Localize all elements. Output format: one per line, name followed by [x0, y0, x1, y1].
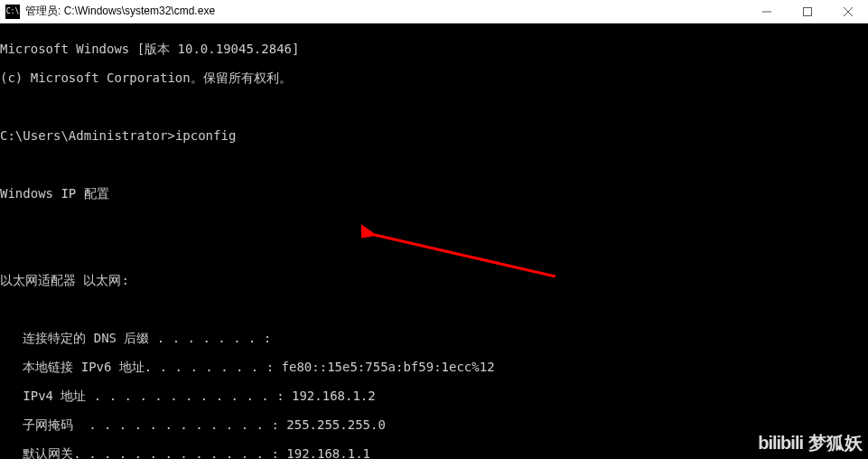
value-gateway: 192.168.1.1 [286, 446, 370, 459]
bilibili-logo-icon: bilibili [758, 433, 803, 454]
kv-line: 本地链接 IPv6 地址. . . . . . . . : fe80::15e5… [0, 360, 868, 374]
cmd-icon: C:\ [5, 5, 20, 19]
label: 子网掩码 . . . . . . . . . . . . : [0, 417, 286, 432]
kv-line: 子网掩码 . . . . . . . . . . . . : 255.255.2… [0, 417, 868, 432]
watermark: bilibili 梦狐妖 [758, 431, 863, 455]
window-title: 管理员: C:\Windows\system32\cmd.exe [25, 4, 746, 19]
close-button[interactable] [827, 0, 868, 23]
blank-line [0, 157, 868, 172]
window-titlebar: C:\ 管理员: C:\Windows\system32\cmd.exe [0, 0, 868, 23]
prompt: C:\Users\Administrator> [0, 128, 175, 143]
kv-line: 默认网关. . . . . . . . . . . . . : 192.168.… [0, 446, 868, 459]
watermark-name: 梦狐妖 [808, 431, 863, 455]
value: 255.255.255.0 [286, 417, 386, 432]
maximize-button[interactable] [787, 0, 827, 23]
terminal-output[interactable]: Microsoft Windows [版本 10.0.19045.2846] (… [0, 23, 868, 459]
label: 连接特定的 DNS 后缀 . . . . . . . : [0, 331, 271, 345]
kv-line: 连接特定的 DNS 后缀 . . . . . . . : [0, 331, 868, 345]
banner-line: (c) Microsoft Corporation。保留所有权利。 [0, 70, 868, 85]
blank-line [0, 215, 868, 230]
adapter-title: 以太网适配器 以太网: [0, 273, 868, 287]
value: fe80::15e5:755a:bf59:1ecc%12 [282, 360, 495, 374]
blank-line [0, 99, 868, 114]
label: 本地链接 IPv6 地址. . . . . . . . : [0, 360, 282, 374]
prompt-line: C:\Users\Administrator>ipconfig [0, 128, 868, 143]
value: 192.168.1.2 [292, 389, 376, 403]
minimize-icon [762, 7, 771, 16]
command: ipconfig [175, 128, 236, 143]
minimize-button[interactable] [746, 0, 787, 23]
banner-line: Microsoft Windows [版本 10.0.19045.2846] [0, 42, 868, 56]
svg-rect-1 [803, 7, 811, 15]
section-heading: Windows IP 配置 [0, 186, 868, 201]
blank-line [0, 302, 868, 316]
maximize-icon [803, 7, 812, 16]
label: 默认网关. . . . . . . . . . . . . : [0, 446, 286, 459]
close-icon [844, 7, 853, 16]
blank-line [0, 244, 868, 258]
label: IPv4 地址 . . . . . . . . . . . . : [0, 389, 292, 403]
kv-line: IPv4 地址 . . . . . . . . . . . . : 192.16… [0, 389, 868, 403]
